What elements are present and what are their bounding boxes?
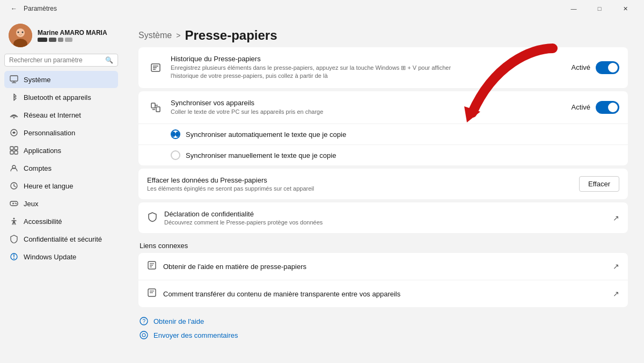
historique-title: Historique du Presse-papiers	[171, 55, 572, 63]
sidebar-item-accessibilite[interactable]: Accessibilité	[4, 213, 118, 230]
radio-manual[interactable]	[171, 150, 180, 160]
svg-point-5	[22, 32, 24, 33]
help-icon: ?	[138, 316, 149, 326]
user-icon-dot-4	[65, 38, 72, 42]
svg-rect-14	[14, 151, 18, 154]
sidebar-item-label-applications: Applications	[24, 147, 113, 155]
svg-line-18	[14, 186, 16, 187]
historique-card: Historique du Presse-papiers Enregistrez…	[138, 47, 628, 88]
breadcrumb: Système > Presse-papiers	[138, 28, 628, 43]
sidebar-item-bluetooth[interactable]: Bluetooth et appareils	[4, 89, 118, 106]
synchroniser-icon	[147, 99, 164, 116]
synchroniser-action: Activé	[572, 101, 619, 114]
search-icon: 🔍	[105, 56, 113, 64]
footer-links: ? Obtenir de l'aide Envoyer des commenta…	[138, 316, 628, 340]
synchroniser-toggle[interactable]	[596, 101, 619, 114]
applications-nav-icon	[10, 146, 18, 155]
systeme-nav-icon	[10, 75, 18, 84]
radio-auto[interactable]	[171, 129, 180, 139]
sidebar-item-label-systeme: Système	[24, 76, 113, 84]
sidebar-item-applications[interactable]: Applications	[4, 142, 118, 159]
radio-manual-label: Synchroniser manuellement le texte que j…	[186, 151, 336, 159]
svg-point-4	[18, 32, 19, 33]
historique-desc: Enregistrez plusieurs éléments dans le p…	[171, 64, 466, 81]
effacer-button[interactable]: Effacer	[579, 176, 619, 192]
historique-action: Activé	[572, 61, 619, 74]
user-icons	[38, 38, 114, 42]
effacer-card: Effacer les données du Presse-papiers Le…	[138, 169, 628, 199]
sidebar-item-windows_update[interactable]: Windows Update	[4, 248, 118, 265]
titlebar: ← Paramètres — □ ✕	[0, 0, 644, 17]
synchroniser-title: Synchroniser vos appareils	[171, 99, 572, 107]
confidentialite-nav-icon	[10, 235, 18, 243]
sidebar-item-label-comptes: Comptes	[24, 164, 113, 172]
footer-aide[interactable]: ? Obtenir de l'aide	[138, 316, 628, 326]
heure-nav-icon	[10, 182, 18, 190]
external-link-icon: ↗	[613, 214, 619, 222]
link-row-1[interactable]: Obtenir de l'aide en matière de presse-p…	[138, 253, 628, 280]
sidebar-item-label-bluetooth: Bluetooth et appareils	[24, 93, 113, 101]
historique-status: Activé	[572, 63, 590, 71]
svg-rect-11	[10, 147, 13, 150]
radio-manual-row: Synchroniser manuellement le texte que j…	[138, 145, 628, 165]
link-row-2[interactable]: Comment transférer du contenu de manière…	[138, 280, 628, 307]
aide-label: Obtenir de l'aide	[153, 317, 204, 325]
user-icon-dot-1	[38, 38, 47, 42]
historique-row: Historique du Presse-papiers Enregistrez…	[138, 47, 628, 88]
declaration-text: Déclaration de confidentialité Découvrez…	[164, 210, 613, 226]
minimize-button[interactable]: —	[561, 0, 586, 17]
effacer-row: Effacer les données du Presse-papiers Le…	[138, 169, 628, 199]
feedback-label: Envoyer des commentaires	[153, 331, 238, 339]
svg-rect-32	[151, 103, 155, 108]
liens-connexes-title: Liens connexes	[138, 242, 628, 250]
sidebar-item-heure[interactable]: Heure et langue	[4, 177, 118, 194]
svg-point-43	[140, 331, 148, 339]
shield-icon	[147, 212, 158, 224]
svg-rect-6	[10, 76, 18, 81]
svg-text:?: ?	[143, 318, 146, 324]
effacer-title: Effacer les données du Presse-papiers	[147, 176, 579, 184]
declaration-desc: Découvrez comment le Presse-papiers prot…	[164, 219, 613, 226]
sidebar-item-systeme[interactable]: Système	[4, 71, 118, 88]
footer-feedback[interactable]: Envoyer des commentaires	[138, 330, 628, 340]
effacer-desc: Les éléments épinglés ne seront pas supp…	[147, 185, 579, 192]
user-profile: Marine AMARO MARIA	[4, 17, 118, 52]
svg-point-24	[13, 218, 15, 220]
window-controls: — □ ✕	[561, 0, 638, 17]
search-input[interactable]	[9, 56, 102, 64]
svg-point-22	[15, 203, 16, 204]
close-button[interactable]: ✕	[613, 0, 638, 17]
links-card: Obtenir de l'aide en matière de presse-p…	[138, 253, 628, 307]
sidebar-item-label-confidentialite: Confidentialité et sécurité	[24, 235, 113, 243]
sidebar-item-label-windows_update: Windows Update	[24, 253, 113, 261]
windows_update-nav-icon	[10, 252, 18, 261]
declaration-row: Déclaration de confidentialité Découvrez…	[138, 202, 628, 233]
bluetooth-nav-icon	[10, 93, 18, 101]
comptes-nav-icon	[10, 164, 18, 172]
user-icon-dot-3	[58, 38, 63, 42]
synchroniser-status: Activé	[572, 103, 590, 111]
sidebar-item-reseau[interactable]: Réseau et Internet	[4, 106, 118, 124]
sidebar-item-personnalisation[interactable]: Personnalisation	[4, 124, 118, 141]
svg-point-9	[13, 117, 15, 119]
search-box[interactable]: 🔍	[4, 54, 118, 67]
historique-toggle[interactable]	[596, 61, 619, 74]
sidebar-item-jeux[interactable]: Jeux	[4, 195, 118, 212]
reseau-nav-icon	[10, 111, 18, 119]
declaration-card: Déclaration de confidentialité Découvrez…	[138, 202, 628, 233]
historique-icon	[147, 59, 164, 76]
maximize-button[interactable]: □	[587, 0, 612, 17]
radio-auto-row: Synchroniser automatiquement le texte qu…	[138, 124, 628, 145]
jeux-nav-icon	[10, 199, 18, 208]
breadcrumb-system: Système	[138, 31, 172, 40]
synchroniser-desc: Coller le texte de votre PC sur les appa…	[171, 108, 466, 116]
link-text-2: Comment transférer du contenu de manière…	[163, 290, 613, 298]
page-title: Presse-papiers	[185, 28, 277, 43]
user-info: Marine AMARO MARIA	[38, 29, 114, 42]
back-button[interactable]: ←	[6, 1, 21, 16]
sidebar-item-confidentialite[interactable]: Confidentialité et sécurité	[4, 230, 118, 248]
app-body: Marine AMARO MARIA 🔍 SystèmeBluetooth et…	[0, 17, 644, 363]
link-icon-2	[147, 288, 157, 300]
sidebar-item-comptes[interactable]: Comptes	[4, 159, 118, 177]
link-text-1: Obtenir de l'aide en matière de presse-p…	[163, 263, 613, 271]
